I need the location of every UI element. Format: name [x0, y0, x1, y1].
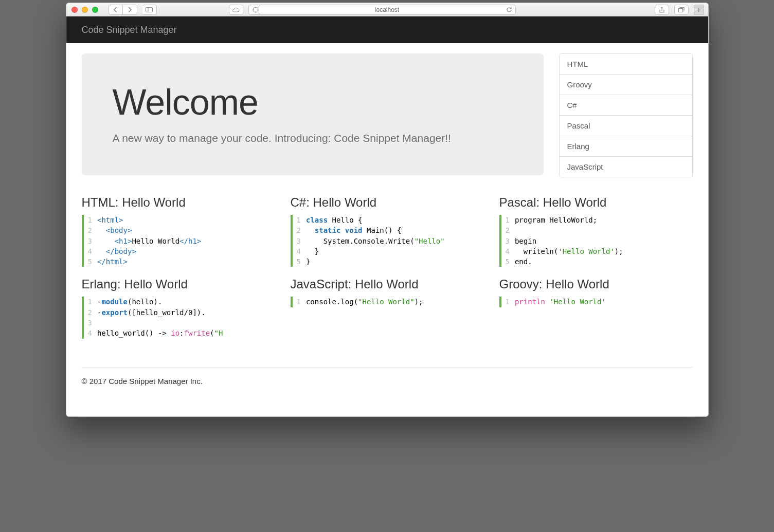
snippet-title: Pascal: Hello World: [499, 195, 693, 210]
snippet-title: Erlang: Hello World: [82, 277, 275, 291]
page-container: Welcome A new way to manage your code. I…: [66, 43, 708, 416]
chevron-right-icon: [128, 7, 132, 12]
language-item[interactable]: C#: [560, 95, 692, 116]
snippet-title: Groovy: Hello World: [499, 277, 693, 291]
plus-icon: +: [696, 6, 700, 14]
snippet-title: C#: Hello World: [291, 195, 484, 210]
code-block: 1console.log("Hello World");: [291, 297, 484, 307]
snippet-card: Pascal: Hello World1 2 3 4 5program Hell…: [499, 195, 693, 267]
snippet-card: Erlang: Hello World1 2 3 4-module(hello)…: [82, 277, 275, 338]
site-navbar: Code Snippet Manager: [66, 16, 708, 43]
code-body: class Hello { static void Main() { Syste…: [306, 215, 445, 267]
svg-rect-4: [678, 8, 682, 12]
code-body: program HelloWorld; begin writeln('Hello…: [515, 215, 623, 267]
hero-jumbotron: Welcome A new way to manage your code. I…: [82, 53, 544, 175]
code-block: 1 2 3 4-module(hello). -export([hello_wo…: [82, 297, 275, 338]
browser-titlebar: localhost +: [66, 3, 708, 16]
sidebar-icon: [146, 7, 153, 12]
code-body: console.log("Hello World");: [306, 297, 423, 307]
language-item[interactable]: Erlang: [560, 136, 692, 157]
footer-text: © 2017 Code Snippet Manager Inc.: [82, 377, 693, 401]
code-block: 1 2 3 4 5<html> <body> <h1>Hello World</…: [82, 215, 275, 267]
icloud-tabs-button[interactable]: [229, 5, 243, 15]
sidebar-toggle-button[interactable]: [142, 5, 157, 15]
code-block: 1println 'Hello World': [499, 297, 693, 307]
language-item[interactable]: Pascal: [560, 116, 692, 136]
zoom-window-button[interactable]: [92, 7, 98, 13]
snippet-grid: HTML: Hello World1 2 3 4 5<html> <body> …: [82, 195, 693, 339]
line-numbers: 1 2 3 4 5: [84, 215, 97, 267]
line-numbers: 1 2 3 4 5: [501, 215, 515, 267]
language-item[interactable]: JavaScript: [560, 157, 692, 177]
chevron-left-icon: [114, 7, 118, 12]
code-block: 1 2 3 4 5class Hello { static void Main(…: [291, 215, 484, 267]
line-numbers: 1 2 3 4: [84, 297, 97, 338]
snippet-card: HTML: Hello World1 2 3 4 5<html> <body> …: [82, 195, 275, 267]
window-controls: [71, 7, 98, 13]
line-numbers: 1: [501, 297, 515, 307]
code-body: println 'Hello World': [515, 297, 606, 307]
share-icon: [659, 7, 664, 13]
tabs-icon: [678, 7, 685, 12]
address-bar[interactable]: localhost: [259, 5, 516, 15]
back-button[interactable]: [109, 5, 123, 15]
line-numbers: 1 2 3 4 5: [293, 215, 306, 267]
snippet-card: Groovy: Hello World1println 'Hello World…: [499, 277, 693, 338]
minimize-window-button[interactable]: [82, 7, 88, 13]
code-block: 1 2 3 4 5program HelloWorld; begin write…: [499, 215, 693, 267]
code-body: <html> <body> <h1>Hello World</h1> </bod…: [97, 215, 201, 267]
line-numbers: 1: [293, 297, 306, 307]
language-item[interactable]: HTML: [560, 54, 692, 75]
browser-window: localhost + Code Snippet Manager Welcome…: [66, 3, 709, 417]
snippet-title: JavaScript: Hello World: [291, 277, 484, 291]
language-item[interactable]: Groovy: [560, 75, 692, 95]
nav-back-forward: [109, 5, 137, 15]
hero-subtitle: A new way to manage your code. Introduci…: [113, 132, 513, 144]
share-button[interactable]: [655, 5, 669, 15]
hero-title: Welcome: [113, 82, 513, 123]
address-text: localhost: [375, 6, 399, 13]
footer-divider: [82, 367, 693, 368]
code-body: -module(hello). -export([hello_world/0])…: [97, 297, 223, 338]
tabs-button[interactable]: [674, 5, 689, 15]
reload-icon: [506, 7, 512, 13]
snippet-card: JavaScript: Hello World1console.log("Hel…: [291, 277, 484, 338]
language-list: HTMLGroovyC#PascalErlangJavaScript: [559, 53, 693, 177]
snippet-card: C#: Hello World1 2 3 4 5class Hello { st…: [291, 195, 484, 267]
snippet-title: HTML: Hello World: [82, 195, 275, 210]
cloud-icon: [232, 7, 240, 12]
close-window-button[interactable]: [71, 7, 78, 13]
new-tab-button[interactable]: +: [694, 5, 704, 15]
svg-rect-0: [146, 7, 153, 12]
forward-button[interactable]: [123, 5, 137, 15]
brand-text[interactable]: Code Snippet Manager: [82, 25, 177, 35]
reload-button[interactable]: [506, 7, 512, 13]
compass-icon: [253, 7, 259, 13]
